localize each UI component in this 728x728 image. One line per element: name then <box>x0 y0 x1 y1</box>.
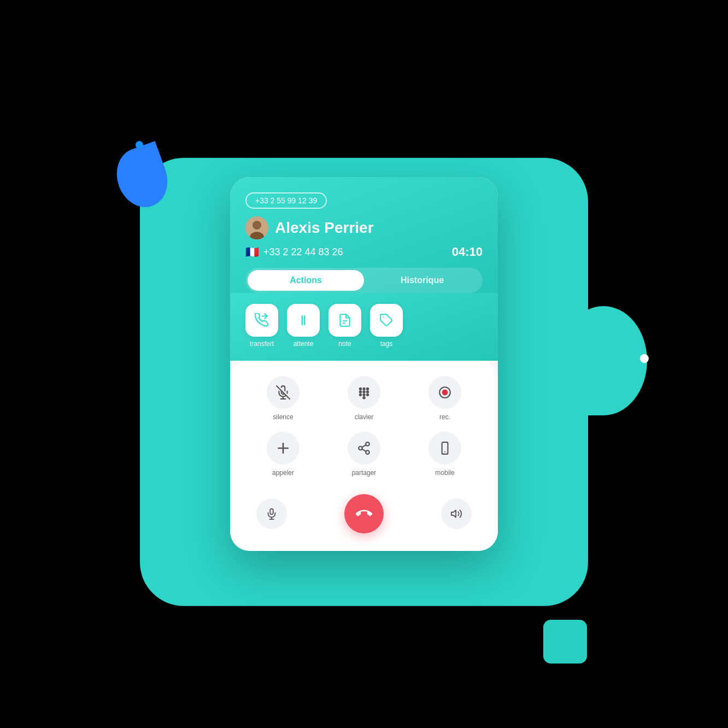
deco-teal-blob <box>560 306 647 415</box>
svg-line-29 <box>362 449 366 451</box>
control-silence[interactable]: silence <box>245 376 321 421</box>
bottom-section: silence <box>230 361 498 551</box>
svg-point-19 <box>363 394 365 396</box>
svg-line-30 <box>362 445 366 447</box>
svg-marker-36 <box>451 510 456 518</box>
svg-point-18 <box>360 394 361 396</box>
action-transfert[interactable]: transfert <box>245 304 278 348</box>
avatar <box>245 216 268 239</box>
attente-icon-box <box>287 304 320 337</box>
transfert-icon-box <box>245 304 278 337</box>
deco-teal-small <box>543 620 587 664</box>
control-rec[interactable]: rec. <box>407 376 483 421</box>
partager-label: partager <box>352 469 377 477</box>
control-appeler[interactable]: appeler <box>245 432 321 477</box>
svg-point-23 <box>442 390 448 396</box>
tags-label: tags <box>380 340 393 348</box>
card-header: +33 2 55 99 12 39 Alexis Perrier 🇫🇷 +33 … <box>230 177 498 293</box>
svg-point-12 <box>360 388 361 390</box>
control-partager[interactable]: partager <box>326 432 402 477</box>
tab-historique[interactable]: Historique <box>364 270 480 291</box>
svg-point-15 <box>360 391 361 392</box>
appeler-label: appeler <box>272 469 294 477</box>
control-clavier[interactable]: clavier <box>326 376 402 421</box>
phone-card: +33 2 55 99 12 39 Alexis Perrier 🇫🇷 +33 … <box>230 177 498 551</box>
svg-point-21 <box>363 397 365 398</box>
appeler-icon-box <box>267 432 300 465</box>
mobile-label: mobile <box>435 469 454 477</box>
tabs-row: Actions Historique <box>245 268 483 293</box>
phone-number-badge: +33 2 55 99 12 39 <box>245 192 327 209</box>
speaker-button[interactable] <box>441 498 472 529</box>
contact-row: Alexis Perrier <box>245 216 483 239</box>
partager-icon-box <box>348 432 380 465</box>
action-buttons-row: transfert attente <box>245 304 483 348</box>
action-attente[interactable]: attente <box>287 304 320 348</box>
svg-point-20 <box>367 394 368 396</box>
flag-icon: 🇫🇷 <box>245 245 259 259</box>
contact-name: Alexis Perrier <box>275 219 374 237</box>
tags-icon-box <box>370 304 403 337</box>
transfert-label: transfert <box>250 340 274 348</box>
tab-actions[interactable]: Actions <box>248 270 364 291</box>
silence-label: silence <box>273 413 293 421</box>
deco-dot-blue <box>136 141 143 149</box>
actions-area: transfert attente <box>230 293 498 361</box>
svg-point-14 <box>367 388 368 390</box>
call-timer: 04:10 <box>452 245 483 259</box>
deco-dot-white <box>640 354 649 363</box>
svg-rect-33 <box>270 509 273 514</box>
action-tags[interactable]: tags <box>370 304 403 348</box>
note-label: note <box>338 340 351 348</box>
action-note[interactable]: note <box>328 304 361 348</box>
attente-label: attente <box>293 340 314 348</box>
clavier-label: clavier <box>355 413 374 421</box>
end-call-button[interactable] <box>344 494 384 533</box>
mobile-icon-box <box>428 432 461 465</box>
rec-label: rec. <box>439 413 450 421</box>
call-number: 🇫🇷 +33 2 22 44 83 26 <box>245 245 343 259</box>
svg-point-16 <box>363 391 365 392</box>
silence-icon-box <box>267 376 300 409</box>
rec-icon-box <box>428 376 461 409</box>
controls-grid: silence <box>245 376 483 477</box>
svg-point-1 <box>253 221 261 230</box>
call-controls <box>245 494 483 551</box>
svg-point-13 <box>363 388 365 390</box>
svg-point-17 <box>367 391 368 392</box>
clavier-icon-box <box>348 376 380 409</box>
microphone-button[interactable] <box>256 498 287 529</box>
note-icon-box <box>328 304 361 337</box>
call-info-row: 🇫🇷 +33 2 22 44 83 26 04:10 <box>245 245 483 268</box>
control-mobile[interactable]: mobile <box>407 432 483 477</box>
call-number-text: +33 2 22 44 83 26 <box>263 246 343 258</box>
